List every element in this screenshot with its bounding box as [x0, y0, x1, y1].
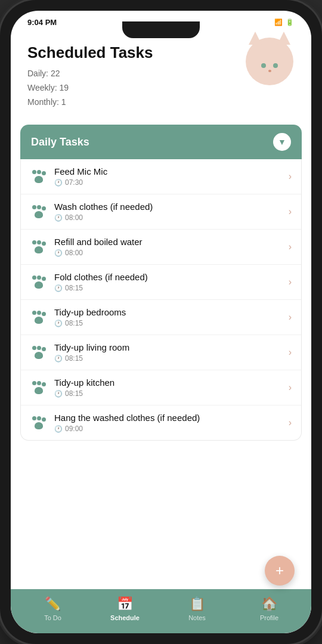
task-cat-icon — [30, 309, 47, 326]
task-content: Tidy-up kitchen 🕐 08:15 — [54, 377, 289, 398]
task-content: Fold clothes (if needed) 🕐 08:15 — [54, 272, 289, 292]
task-item[interactable]: Tidy-up bedrooms 🕐 08:15 › — [21, 300, 301, 335]
chevron-down-icon: ▼ — [278, 137, 286, 147]
paw-toe — [37, 416, 41, 420]
clock-icon: 🕐 — [54, 355, 63, 363]
monthly-stat: Monthly: 1 — [27, 95, 295, 110]
paw-main — [35, 246, 43, 253]
home-icon: 🏠 — [261, 596, 277, 612]
task-time: 🕐 07:30 — [54, 178, 289, 187]
paw-toe — [37, 240, 41, 244]
paw-toe — [37, 170, 41, 174]
task-content: Wash clothes (if needed) 🕐 08:00 — [54, 202, 289, 222]
header-area: Scheduled Tasks Daily: 22 Weekly: 19 Mon… — [11, 32, 311, 115]
task-time: 🕐 09:00 — [54, 425, 289, 433]
paw-toe — [32, 275, 36, 280]
clock-icon: 🕐 — [54, 179, 63, 187]
paw-toe — [32, 381, 36, 385]
task-cat-icon — [30, 344, 47, 361]
clock-icon: 🕐 — [54, 425, 63, 433]
nav-item-notes[interactable]: 📋 Notes — [177, 596, 218, 621]
task-name: Tidy-up living room — [54, 342, 289, 352]
task-name: Hang the washed clothes (if needed) — [54, 413, 289, 423]
status-icons: 📶 🔋 — [274, 18, 295, 26]
bottom-nav: ✏️ To Do 📅 Schedule 📋 Notes 🏠 Profile — [11, 589, 311, 633]
paw-toe — [42, 417, 46, 422]
plus-icon: + — [275, 562, 284, 579]
paw-main — [35, 176, 43, 183]
pencil-icon: ✏️ — [45, 596, 61, 612]
chevron-right-icon: › — [289, 312, 292, 323]
paw-toe — [42, 382, 46, 386]
paw-toe — [37, 205, 41, 209]
task-item[interactable]: Wash clothes (if needed) 🕐 08:00 › — [21, 194, 301, 230]
section-title: Daily Tasks — [31, 136, 89, 148]
paw-toe — [42, 347, 46, 351]
chevron-right-icon: › — [289, 171, 292, 182]
status-time: 9:04 PM — [27, 18, 57, 27]
task-item[interactable]: Hang the washed clothes (if needed) 🕐 09… — [21, 405, 301, 440]
task-cat-icon — [30, 168, 47, 185]
clock-icon: 🕐 — [54, 214, 63, 222]
task-content: Tidy-up bedrooms 🕐 08:15 — [54, 307, 289, 327]
notch — [122, 21, 200, 38]
chevron-right-icon: › — [289, 206, 292, 217]
clock-icon: 🕐 — [54, 249, 63, 257]
task-cat-icon — [30, 274, 47, 290]
paw-toe — [32, 346, 36, 350]
task-item[interactable]: Tidy-up kitchen 🕐 08:15 › — [21, 370, 301, 405]
calendar-icon: 📅 — [117, 596, 133, 612]
task-content: Hang the washed clothes (if needed) 🕐 09… — [54, 413, 289, 433]
paw-toe — [37, 346, 41, 350]
notes-icon: 📋 — [189, 596, 205, 612]
paw-toe — [42, 171, 46, 175]
task-item[interactable]: Fold clothes (if needed) 🕐 08:15 › — [21, 265, 301, 300]
task-name: Fold clothes (if needed) — [54, 272, 289, 282]
task-name: Wash clothes (if needed) — [54, 202, 289, 212]
task-cat-icon — [30, 239, 47, 255]
cat-ear-right — [277, 32, 290, 45]
task-item[interactable]: Tidy-up living room 🕐 08:15 › — [21, 335, 301, 370]
paw-main — [35, 211, 43, 218]
nav-item-todo[interactable]: ✏️ To Do — [32, 596, 74, 621]
task-item[interactable]: Refill and boiled water 🕐 08:00 › — [21, 230, 301, 265]
nav-label-profile: Profile — [260, 614, 278, 621]
daily-tasks-section: Daily Tasks ▼ — [20, 125, 302, 441]
paw-toe — [42, 206, 46, 210]
nav-item-profile[interactable]: 🏠 Profile — [249, 596, 290, 621]
phone-screen: 9:04 PM 📶 🔋 Scheduled Tasks Daily: 22 We… — [11, 11, 311, 633]
section-header[interactable]: Daily Tasks ▼ — [20, 125, 302, 159]
task-content: Tidy-up living room 🕐 08:15 — [54, 342, 289, 363]
task-name: Feed Mic Mic — [54, 166, 289, 177]
cat-eyes — [261, 63, 278, 68]
paw-toe — [37, 381, 41, 385]
paw-toe — [32, 416, 36, 420]
clock-icon: 🕐 — [54, 320, 63, 327]
add-task-button[interactable]: + — [265, 556, 295, 586]
paw-toe — [32, 240, 36, 244]
cat-ear-left — [249, 32, 262, 45]
paw-toe — [42, 277, 46, 281]
nav-label-schedule: Schedule — [110, 614, 140, 621]
clock-icon: 🕐 — [54, 284, 63, 292]
task-name: Tidy-up kitchen — [54, 377, 289, 388]
paw-main — [35, 317, 43, 324]
nav-label-todo: To Do — [44, 614, 61, 621]
paw-main — [35, 422, 43, 429]
paw-toe — [37, 311, 41, 315]
paw-toe — [32, 311, 36, 315]
task-time: 🕐 08:00 — [54, 213, 289, 222]
cat-decoration — [246, 38, 299, 91]
nav-item-schedule[interactable]: 📅 Schedule — [104, 596, 146, 621]
task-list: Feed Mic Mic 🕐 07:30 › — [20, 159, 302, 441]
collapse-button[interactable]: ▼ — [273, 133, 291, 151]
scroll-container[interactable]: Scheduled Tasks Daily: 22 Weekly: 19 Mon… — [11, 32, 311, 589]
task-item[interactable]: Feed Mic Mic 🕐 07:30 › — [21, 159, 301, 194]
task-time: 🕐 08:15 — [54, 354, 289, 363]
chevron-right-icon: › — [289, 347, 292, 358]
task-time: 🕐 08:00 — [54, 249, 289, 257]
task-content: Refill and boiled water 🕐 08:00 — [54, 237, 289, 257]
paw-toe — [42, 312, 46, 316]
nav-label-notes: Notes — [188, 614, 206, 621]
task-name: Refill and boiled water — [54, 237, 289, 247]
